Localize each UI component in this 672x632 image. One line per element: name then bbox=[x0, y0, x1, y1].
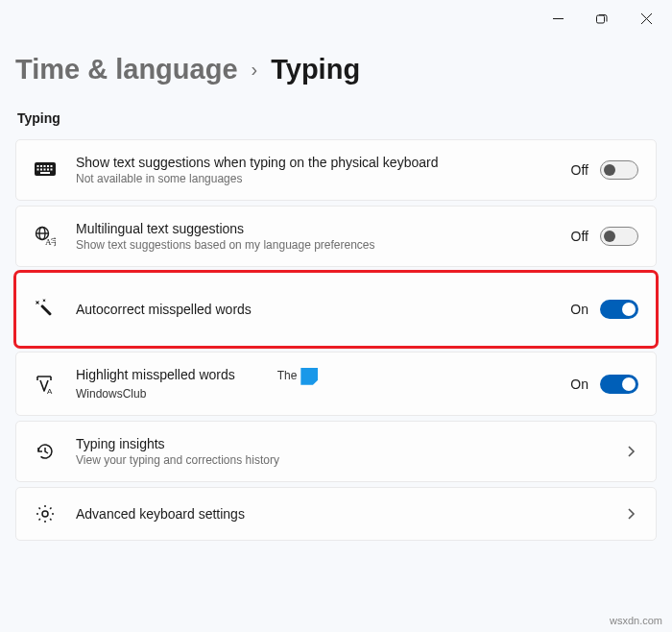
svg-rect-11 bbox=[40, 169, 42, 171]
spellcheck-icon: A bbox=[34, 373, 57, 396]
gear-icon bbox=[34, 502, 57, 525]
chevron-right-icon bbox=[623, 444, 638, 459]
toggle-state-label: On bbox=[570, 377, 588, 392]
setting-body: Highlight misspelled words TheWindowsClu… bbox=[76, 367, 551, 401]
setting-row-autocorrect[interactable]: Autocorrect misspelled words On bbox=[15, 272, 657, 347]
breadcrumb: Time & language › Typing bbox=[15, 36, 657, 107]
svg-rect-9 bbox=[51, 165, 53, 167]
svg-rect-7 bbox=[44, 165, 46, 167]
windowsclub-logo-icon bbox=[300, 368, 318, 385]
setting-body: Autocorrect misspelled words bbox=[76, 302, 551, 317]
maximize-button[interactable] bbox=[580, 3, 624, 34]
setting-title: Typing insights bbox=[76, 436, 604, 451]
svg-rect-10 bbox=[37, 169, 39, 171]
setting-subtitle: Not available in some languages bbox=[76, 172, 552, 185]
minimize-icon bbox=[553, 13, 564, 24]
toggle-group: Off bbox=[571, 160, 638, 180]
svg-rect-14 bbox=[51, 169, 53, 171]
magic-wand-icon bbox=[34, 298, 57, 321]
setting-title: Advanced keyboard settings bbox=[76, 506, 604, 522]
setting-title: Multilingual text suggestions bbox=[76, 221, 552, 236]
source-credit: wsxdn.com bbox=[610, 615, 662, 626]
setting-row-advanced-keyboard[interactable]: Advanced keyboard settings bbox=[15, 487, 657, 541]
setting-row-text-suggestions[interactable]: Show text suggestions when typing on the… bbox=[15, 139, 657, 201]
window-controls bbox=[0, 0, 672, 36]
svg-rect-13 bbox=[47, 169, 49, 171]
svg-point-22 bbox=[42, 511, 48, 517]
setting-title: Autocorrect misspelled words bbox=[76, 302, 551, 317]
chevron-right-icon bbox=[623, 506, 638, 522]
setting-body: Typing insights View your typing and cor… bbox=[76, 436, 604, 467]
svg-rect-20 bbox=[40, 304, 52, 316]
svg-rect-8 bbox=[47, 165, 49, 167]
setting-body: Show text suggestions when typing on the… bbox=[76, 155, 552, 185]
toggle-group: Off bbox=[571, 227, 638, 246]
toggle-state-label: Off bbox=[571, 162, 588, 178]
setting-body: Multilingual text suggestions Show text … bbox=[76, 221, 552, 252]
toggle-state-label: On bbox=[570, 302, 588, 317]
globe-language-icon: A字 bbox=[34, 225, 57, 248]
close-icon bbox=[641, 13, 652, 24]
svg-rect-5 bbox=[37, 165, 39, 167]
svg-rect-6 bbox=[40, 165, 42, 167]
breadcrumb-separator-icon: › bbox=[252, 59, 258, 81]
setting-subtitle: View your typing and corrections history bbox=[76, 453, 604, 467]
toggle-state-label: Off bbox=[571, 229, 588, 244]
setting-row-typing-insights[interactable]: Typing insights View your typing and cor… bbox=[15, 421, 657, 482]
toggle-switch[interactable] bbox=[600, 375, 638, 394]
svg-rect-15 bbox=[40, 172, 50, 174]
svg-text:A: A bbox=[47, 387, 53, 395]
breadcrumb-current: Typing bbox=[271, 54, 360, 85]
maximize-icon bbox=[596, 12, 608, 24]
section-label: Typing bbox=[15, 107, 657, 139]
history-icon bbox=[34, 440, 57, 463]
close-button[interactable] bbox=[624, 3, 668, 34]
setting-body: Advanced keyboard settings bbox=[76, 506, 604, 522]
svg-text:A字: A字 bbox=[45, 237, 56, 247]
toggle-group: On bbox=[570, 375, 638, 394]
keyboard-icon bbox=[34, 158, 57, 182]
breadcrumb-parent[interactable]: Time & language bbox=[15, 54, 238, 85]
toggle-switch[interactable] bbox=[600, 160, 638, 180]
svg-rect-1 bbox=[597, 15, 605, 23]
svg-rect-12 bbox=[44, 169, 46, 171]
setting-title: Highlight misspelled words TheWindowsClu… bbox=[76, 367, 551, 401]
setting-title-text: Highlight misspelled words bbox=[76, 367, 235, 382]
toggle-group: On bbox=[570, 300, 638, 319]
toggle-switch[interactable] bbox=[600, 300, 638, 319]
settings-page: Time & language › Typing Typing Show tex… bbox=[0, 36, 672, 541]
minimize-button[interactable] bbox=[536, 3, 580, 34]
setting-row-highlight-misspelled[interactable]: A Highlight misspelled words TheWindowsC… bbox=[15, 352, 657, 416]
setting-subtitle: Show text suggestions based on my langua… bbox=[76, 238, 552, 252]
setting-title: Show text suggestions when typing on the… bbox=[76, 155, 552, 170]
toggle-switch[interactable] bbox=[600, 227, 638, 246]
setting-row-multilingual[interactable]: A字 Multilingual text suggestions Show te… bbox=[15, 206, 657, 267]
